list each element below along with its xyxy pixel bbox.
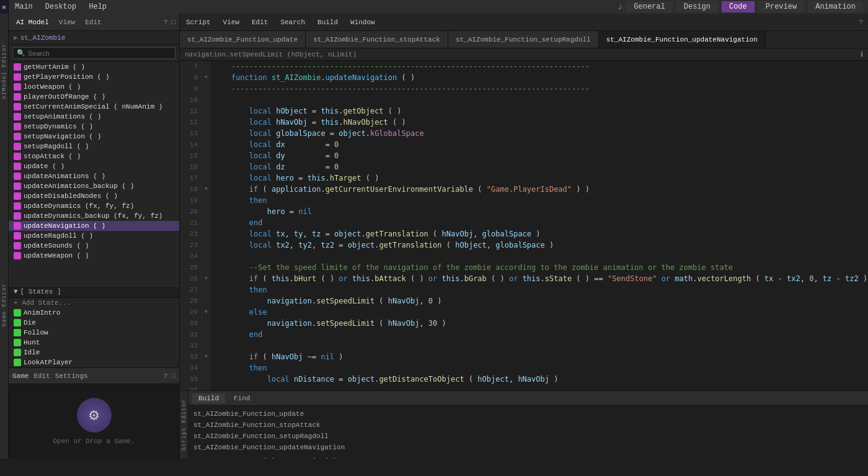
code-line-29: else (213, 307, 868, 318)
function-item-getPlayerPosition[interactable]: getPlayerPosition ( ) (9, 72, 179, 82)
mode-tab-general[interactable]: General (626, 1, 672, 12)
code-tab-updateNavigation[interactable]: st_AIZombie_Function_updateNavigation (599, 31, 766, 48)
menu-desktop[interactable]: Desktop (39, 0, 82, 14)
search-input[interactable] (28, 50, 171, 57)
fold-btn (202, 340, 210, 351)
line-num: 26 (184, 273, 198, 284)
function-item-updateSounds[interactable]: updateSounds ( ) (9, 241, 179, 251)
fold-btn-8[interactable]: ▼ (202, 72, 210, 83)
line-num: 36 (184, 385, 198, 390)
fold-btn (202, 206, 210, 217)
function-item-playerOutOfRange[interactable]: playerOutOfRange ( ) (9, 92, 179, 102)
fold-btn (202, 251, 210, 262)
view-menu[interactable]: View (217, 14, 246, 31)
func-icon (14, 212, 21, 220)
state-Die[interactable]: Die (9, 318, 179, 328)
function-item-updateAnimations[interactable]: updateAnimations ( ) (9, 171, 179, 181)
state-AnimIntro[interactable]: AnimIntro (9, 308, 179, 318)
menu-help[interactable]: Help (82, 0, 113, 14)
line-num: 21 (184, 217, 198, 228)
function-item-stopAttack[interactable]: stopAttack ( ) (9, 151, 179, 161)
code-line-34: then (213, 362, 868, 374)
fold-btn-29[interactable]: ▼ (202, 307, 210, 318)
line-num: 35 (184, 374, 198, 385)
left-vertical-panel: AIModel Editor Game Editor (0, 14, 9, 459)
bottom-panel: Script Editor Build Find st_AIZombie_Fun… (180, 390, 868, 459)
function-item-updateDisabledNodes[interactable]: updateDisabledNodes ( ) (9, 191, 179, 201)
func-icon (14, 153, 21, 160)
fold-btn (202, 374, 210, 385)
aimodel-tab[interactable]: AI Model (12, 17, 53, 27)
function-item-updateNavigation[interactable]: updateNavigation ( ) (9, 221, 179, 231)
mode-tab-preview[interactable]: Preview (758, 1, 804, 12)
question-icon[interactable]: ? (164, 19, 168, 26)
function-item-setupAnimations[interactable]: setupAnimations ( ) (9, 112, 179, 122)
fold-btn (202, 173, 210, 184)
state-Hunt[interactable]: Hunt (9, 338, 179, 348)
function-item-updateWeapon[interactable]: updateWeapon ( ) (9, 251, 179, 261)
state-Follow[interactable]: Follow (9, 328, 179, 338)
state-LookAtPlayer[interactable]: LookAtPlayer (9, 357, 179, 367)
fold-btn-18[interactable]: ▼ (202, 184, 210, 195)
ai-model-name: st_AIZombie (20, 34, 66, 42)
fold-btn-33[interactable]: ▼ (202, 351, 210, 362)
menu-main[interactable]: Main (9, 0, 39, 14)
function-item-updateRagdoll[interactable]: updateRagdoll ( ) (9, 231, 179, 241)
game-tab[interactable]: Game (12, 372, 29, 380)
code-line-11: local hObject = this.getObject ( ) (213, 106, 868, 117)
fold-btn (202, 362, 210, 374)
view-tab[interactable]: View (55, 17, 79, 27)
line-num: 34 (184, 362, 198, 374)
window-menu[interactable]: Window (344, 14, 381, 31)
function-item-updateDynamics_backup[interactable]: updateDynamics_backup (fx, fy, fz) (9, 211, 179, 221)
function-item-getHurtAnim[interactable]: getHurtAnim ( ) (9, 62, 179, 72)
fold-btn-26[interactable]: ▼ (202, 273, 210, 284)
code-line-20: hero = nil (213, 206, 868, 217)
func-icon (14, 163, 21, 170)
find-tab[interactable]: Find (228, 393, 256, 403)
edit-tab[interactable]: Edit (81, 17, 105, 27)
function-item-setCurrentAnimSpecial[interactable]: setCurrentAnimSpecial ( nNumAnim ) (9, 102, 179, 112)
edit-menu[interactable]: Edit (246, 14, 274, 31)
function-item-lootWeapon[interactable]: lootWeapon ( ) (9, 82, 179, 92)
build-tab[interactable]: Build (192, 393, 225, 403)
code-line-15: local dy = 0 (213, 150, 868, 161)
settings-tab[interactable]: Settings (55, 372, 88, 380)
code-line-23: local tx2, ty2, tz2 = object.getTranslat… (213, 240, 868, 251)
fold-btn (202, 262, 210, 273)
expand-icon[interactable]: □ (171, 19, 175, 26)
script-menu[interactable]: Script (180, 14, 217, 31)
function-item-updateDynamics[interactable]: updateDynamics (fx, fy, fz) (9, 201, 179, 211)
fold-btn (202, 318, 210, 329)
func-icon (14, 63, 21, 71)
mode-tab-design[interactable]: Design (676, 1, 718, 12)
script-toolbar: Script View Edit Search Build Window ? (180, 14, 868, 31)
mode-tab-code[interactable]: Code (722, 1, 755, 12)
code-tab-update[interactable]: st_AIZombie_Function_update (180, 31, 306, 48)
game-gear-icon: ⚙ (77, 398, 112, 433)
line-num: 22 (184, 228, 198, 240)
code-tab-stopAttack[interactable]: st_AIZombie_Function_stopAttack (306, 31, 448, 48)
build-menu[interactable]: Build (311, 14, 344, 31)
fold-btn (202, 329, 210, 340)
function-item-update[interactable]: update ( ) (9, 161, 179, 171)
line-num: 16 (184, 161, 198, 173)
search-menu[interactable]: Search (274, 14, 311, 31)
info-icon[interactable]: ℹ (861, 50, 863, 58)
edit-tab-game[interactable]: Edit (33, 372, 50, 380)
help-icon-code[interactable]: ? (859, 19, 863, 26)
code-tab-setupRagdoll[interactable]: st_AIZombie_Function_setupRagdoll (448, 31, 599, 48)
question-icon-game[interactable]: ? (164, 372, 168, 380)
mode-tab-animation[interactable]: Animation (808, 1, 863, 12)
expand-icon-game[interactable]: □ (171, 372, 175, 380)
function-item-setupRagdoll[interactable]: setupRagdoll ( ) (9, 141, 179, 151)
add-state-item[interactable]: + Add State... (9, 298, 179, 308)
states-collapse-icon[interactable]: ▼ (14, 288, 18, 295)
function-item-setupNavigation[interactable]: setupNavigation ( ) (9, 132, 179, 141)
function-item-setupDynamics[interactable]: setupDynamics ( ) (9, 122, 179, 132)
function-item-updateAnimations_backup[interactable]: updateAnimations_backup ( ) (9, 181, 179, 191)
state-Idle[interactable]: Idle (9, 348, 179, 357)
line-num: 9 (184, 83, 198, 94)
state-icon (14, 359, 21, 366)
line-num: 25 (184, 262, 198, 273)
